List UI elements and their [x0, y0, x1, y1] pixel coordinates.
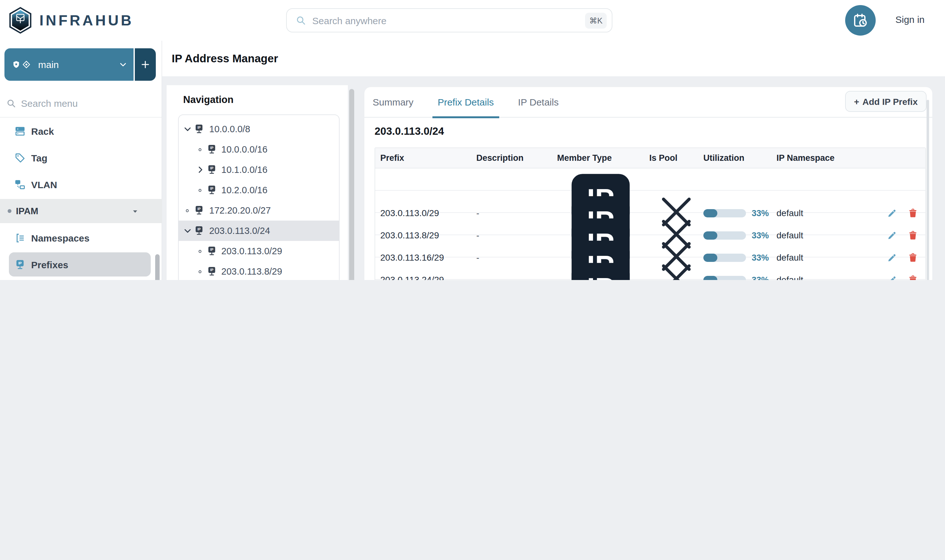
sidebar-item-namespaces[interactable]: Namespaces	[0, 225, 162, 251]
cell-prefix: 203.0.113.16/29	[375, 252, 471, 263]
global-search[interactable]: ⌘K	[286, 8, 612, 32]
calendar-clock-icon	[853, 13, 868, 28]
content-area: Navigation IP10.0.0.0/8IP10.0.0.0/16IP10…	[162, 76, 945, 280]
edit-button[interactable]	[887, 275, 897, 280]
add-ip-prefix-label: Add IP Prefix	[862, 96, 918, 106]
cell-member-type: IP	[552, 257, 644, 280]
prefix-icon: IP	[207, 185, 217, 195]
delete-button[interactable]	[908, 208, 918, 218]
prefixes-icon: IP	[15, 259, 25, 270]
edit-button[interactable]	[887, 253, 897, 262]
cell-utilization: 33%	[698, 253, 771, 262]
tab-summary[interactable]: Summary	[368, 87, 418, 117]
prefix-icon: IP	[207, 266, 217, 277]
svg-text:IP: IP	[587, 272, 614, 280]
infrahub-app: INFRAHUB ⌘K Sign in main	[0, 0, 945, 280]
cell-is-pool	[644, 257, 698, 280]
tree-item-203-0-113-0-24[interactable]: IP203.0.113.0/24	[179, 221, 339, 241]
title-bar: IP Address Manager	[162, 41, 945, 76]
delete-button[interactable]	[908, 253, 918, 262]
x-mark-icon	[654, 257, 698, 280]
svg-text:IP: IP	[197, 207, 200, 211]
tree-item-label: 203.0.113.0/29	[221, 246, 282, 256]
delete-button[interactable]	[908, 275, 918, 280]
prefix-icon: IP	[194, 124, 204, 134]
tree-item-label: 10.0.0.0/8	[209, 124, 250, 134]
utilization-bar	[703, 209, 746, 217]
card-scrollbar-track[interactable]	[927, 100, 929, 280]
tab-prefix-details[interactable]: Prefix Details	[432, 87, 499, 117]
sidebar-item-label: Namespaces	[31, 232, 89, 243]
table-header-row: PrefixDescriptionMember TypeIs PoolUtili…	[375, 148, 925, 168]
column-header-description: Description	[471, 153, 552, 163]
cell-ip-namespace: default	[771, 208, 873, 218]
branch-icon	[22, 60, 31, 69]
table-body: 203.0.113.0/29-IP33%default203.0.113.8/2…	[375, 168, 925, 280]
tree-item-label: 10.0.0.0/16	[221, 144, 267, 154]
add-branch-button[interactable]	[135, 48, 156, 81]
time-travel-button[interactable]	[845, 5, 876, 35]
sidebar-item-rack[interactable]: Rack	[0, 118, 162, 144]
tree-item-203-0-113-0-29[interactable]: IP203.0.113.0/29	[179, 241, 339, 261]
edit-button[interactable]	[887, 208, 897, 218]
dot-ring-icon	[185, 208, 190, 212]
delete-button[interactable]	[908, 231, 918, 240]
section-bullet	[8, 209, 11, 213]
tab-ip-details[interactable]: IP Details	[513, 87, 564, 117]
utilization-bar-fill	[703, 231, 717, 239]
cell-prefix: 203.0.113.8/29	[375, 230, 471, 240]
chevron-right-icon[interactable]	[196, 165, 205, 174]
edit-button[interactable]	[887, 231, 897, 240]
prefix-icon: IP	[194, 205, 204, 215]
svg-text:IP: IP	[197, 227, 200, 231]
cell-prefix: 203.0.113.0/29	[375, 208, 471, 218]
menu-search[interactable]	[0, 94, 162, 112]
navigation-panel: Navigation IP10.0.0.0/8IP10.0.0.0/16IP10…	[166, 85, 348, 280]
infrahub-logo[interactable]: INFRAHUB	[9, 6, 134, 35]
table-row-203-0-113-0-29[interactable]: 203.0.113.0/29-IP33%default	[375, 168, 925, 191]
chevron-down-icon[interactable]	[183, 125, 192, 134]
tree-item-172-20-20-0-27[interactable]: IP172.20.20.0/27	[179, 200, 339, 221]
sidebar-item-tag[interactable]: Tag	[0, 144, 162, 171]
tree-item-203-0-113-8-29[interactable]: IP203.0.113.8/29	[179, 261, 339, 280]
utilization-bar	[703, 275, 746, 280]
sidebar-item-ip-addresses[interactable]: IPIP Addresses	[0, 278, 162, 280]
column-header-utilization: Utilization	[698, 153, 771, 163]
cell-utilization: 33%	[698, 275, 771, 280]
cell-prefix: 203.0.113.24/29	[375, 275, 471, 280]
menu-search-input[interactable]	[21, 98, 162, 108]
sidebar-section-ipam[interactable]: IPAM	[0, 199, 162, 223]
global-search-input[interactable]	[312, 15, 585, 26]
cell-utilization: 33%	[698, 231, 771, 240]
sidebar-item-vlan[interactable]: VLAN	[0, 171, 162, 198]
section-caret-icon	[131, 207, 139, 215]
cell-actions	[873, 208, 925, 218]
sidebar-scrollbar-thumb[interactable]	[155, 254, 160, 280]
utilization-percent: 33%	[752, 253, 769, 262]
column-header-prefix: Prefix	[375, 153, 471, 163]
namespaces-icon	[15, 232, 25, 243]
logo-text: INFRAHUB	[39, 12, 134, 29]
tree-item-10-0-0-0-8[interactable]: IP10.0.0.0/8	[179, 119, 339, 139]
sidebar-item-prefixes[interactable]: IPPrefixes	[0, 251, 162, 278]
sidebar-section-label: IPAM	[16, 206, 131, 216]
cell-ip-namespace: default	[771, 275, 873, 280]
tree-item-label: 203.0.113.0/24	[209, 226, 270, 236]
sidebar-menu: RackTagVLANIPAMNamespacesIPPrefixesIPIP …	[0, 118, 162, 280]
tree-item-10-2-0-0-16[interactable]: IP10.2.0.0/16	[179, 180, 339, 200]
dot-ring-icon	[198, 188, 202, 192]
cell-description: -	[471, 230, 552, 240]
cell-member-type: IP	[552, 280, 644, 280]
tree-item-10-1-0-0-16[interactable]: IP10.1.0.0/16	[179, 160, 339, 180]
add-ip-prefix-button[interactable]: + Add IP Prefix	[845, 91, 927, 112]
branch-selector-button[interactable]: main	[5, 48, 134, 81]
column-header-member-type: Member Type	[552, 153, 644, 163]
prefix-heading: 203.0.113.0/24	[375, 125, 444, 137]
chevron-down-icon[interactable]	[183, 226, 192, 235]
sign-in-link[interactable]: Sign in	[896, 14, 925, 25]
cell-actions	[873, 231, 925, 240]
tree-item-10-0-0-0-16[interactable]: IP10.0.0.0/16	[179, 139, 339, 160]
navigation-scrollbar-thumb[interactable]	[349, 89, 354, 280]
tag-icon	[15, 152, 25, 163]
tree-item-label: 10.2.0.0/16	[221, 185, 267, 195]
